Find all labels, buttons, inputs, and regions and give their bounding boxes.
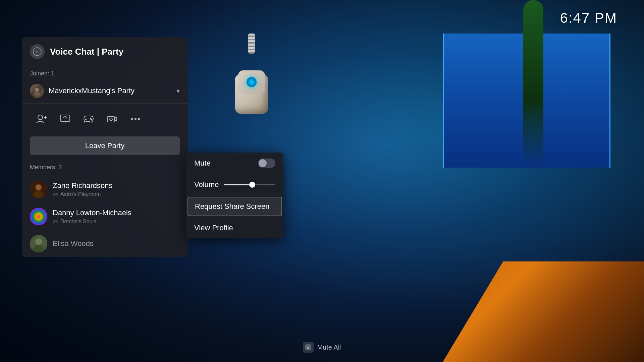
mute-menu-item[interactable]: Mute bbox=[186, 153, 283, 174]
member-game-danny: 🎮 Demon's Souls bbox=[53, 219, 180, 225]
volume-menu-item[interactable]: Volume bbox=[186, 174, 283, 195]
svg-point-19 bbox=[131, 118, 133, 120]
svg-point-20 bbox=[135, 118, 137, 120]
robot-spring bbox=[248, 34, 255, 54]
member-avatar-danny bbox=[30, 208, 47, 225]
svg-rect-17 bbox=[107, 117, 115, 122]
volume-slider[interactable] bbox=[224, 184, 275, 185]
camera-button[interactable] bbox=[100, 109, 124, 129]
svg-point-4 bbox=[38, 115, 43, 120]
panel-header: ⌂ Voice Chat | Party bbox=[22, 37, 188, 65]
robot-body bbox=[235, 74, 268, 114]
add-player-button[interactable] bbox=[30, 109, 53, 129]
gamepad-button[interactable] bbox=[77, 109, 100, 129]
screen-share-button[interactable] bbox=[53, 109, 77, 129]
party-host-avatar bbox=[30, 84, 44, 98]
member-avatar-zane bbox=[30, 181, 47, 198]
member-name-elisa: Elisa Woods bbox=[53, 239, 180, 248]
svg-point-25 bbox=[36, 185, 41, 190]
svg-point-16 bbox=[91, 119, 92, 120]
member-item[interactable]: Zane Richardsons 🎮 Astro's Playroom bbox=[22, 176, 188, 203]
member-name-danny: Danny Lowton-Michaels bbox=[53, 208, 180, 217]
party-selector-left: MaverickxMustang's Party bbox=[30, 84, 135, 98]
member-info-elisa: Elisa Woods bbox=[53, 239, 180, 248]
leave-party-button[interactable]: Leave Party bbox=[30, 136, 180, 155]
dropdown-arrow-icon: ▾ bbox=[176, 87, 180, 95]
svg-point-2 bbox=[35, 88, 39, 92]
member-game-zane: 🎮 Astro's Playroom bbox=[53, 191, 180, 197]
member-avatar-elisa bbox=[30, 235, 47, 252]
game-icon-zane: 🎮 bbox=[53, 192, 58, 197]
svg-point-21 bbox=[138, 118, 140, 120]
robot-eye bbox=[247, 77, 257, 87]
svg-line-11 bbox=[65, 116, 67, 118]
mute-label: Mute bbox=[194, 159, 211, 168]
svg-point-28 bbox=[35, 238, 42, 245]
volume-knob[interactable] bbox=[249, 182, 255, 188]
svg-text:⌂: ⌂ bbox=[36, 49, 39, 54]
mute-all-icon: ⊕ bbox=[303, 342, 314, 353]
svg-point-15 bbox=[90, 118, 91, 119]
mute-toggle[interactable] bbox=[258, 159, 275, 168]
party-name: MaverickxMustang's Party bbox=[49, 86, 135, 95]
members-label: Members: 3 bbox=[22, 161, 188, 176]
view-profile-label: View Profile bbox=[194, 224, 233, 232]
mute-all-label: Mute All bbox=[317, 344, 341, 351]
party-selector[interactable]: MaverickxMustang's Party ▾ bbox=[22, 80, 188, 103]
robot-head bbox=[238, 70, 265, 94]
action-buttons-row bbox=[22, 103, 188, 134]
mute-all-button[interactable]: ⊕ Mute All bbox=[303, 342, 341, 353]
volume-label: Volume bbox=[194, 180, 219, 189]
volume-track[interactable] bbox=[224, 184, 275, 185]
robot-character bbox=[218, 34, 285, 141]
svg-point-26 bbox=[30, 208, 47, 225]
view-profile-item[interactable]: View Profile bbox=[186, 218, 283, 238]
member-info-danny: Danny Lowton-Michaels 🎮 Demon's Souls bbox=[53, 208, 180, 225]
context-menu: Mute Volume Request Share Screen View Pr… bbox=[186, 153, 283, 238]
volume-fill bbox=[224, 184, 252, 185]
svg-point-18 bbox=[110, 118, 112, 121]
playstation-icon: ⌂ bbox=[30, 44, 45, 59]
svg-line-10 bbox=[63, 116, 65, 118]
svg-text:⊕: ⊕ bbox=[307, 346, 310, 349]
request-share-screen-item[interactable]: Request Share Screen bbox=[187, 197, 282, 216]
bottom-bar: ⊕ Mute All bbox=[0, 342, 644, 353]
joined-info: Joined: 1 bbox=[22, 65, 188, 80]
system-clock: 6:47 PM bbox=[560, 10, 617, 26]
request-share-screen-label: Request Share Screen bbox=[195, 202, 270, 211]
member-item-danny[interactable]: Danny Lowton-Michaels 🎮 Demon's Souls bbox=[22, 203, 188, 230]
panel-title: Voice Chat | Party bbox=[50, 47, 123, 57]
member-info-zane: Zane Richardsons 🎮 Astro's Playroom bbox=[53, 181, 180, 197]
game-icon-danny: 🎮 bbox=[53, 219, 58, 224]
voice-chat-panel: ⌂ Voice Chat | Party Joined: 1 Maverickx… bbox=[22, 37, 188, 257]
mute-toggle-knob bbox=[259, 159, 267, 167]
member-item-elisa[interactable]: Elisa Woods bbox=[22, 230, 188, 257]
bg-vine bbox=[523, 0, 543, 168]
more-options-button[interactable] bbox=[124, 109, 147, 129]
member-name-zane: Zane Richardsons bbox=[53, 181, 180, 190]
svg-point-3 bbox=[34, 92, 40, 96]
